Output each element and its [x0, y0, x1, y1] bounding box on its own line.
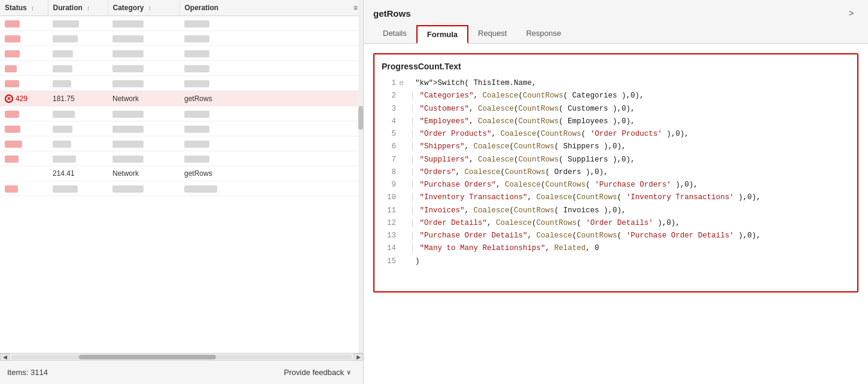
table-row[interactable] [0, 76, 363, 91]
code-content: "kw">Switch( ThisItem.Name, [415, 77, 537, 90]
table-row[interactable] [0, 106, 363, 121]
formula-editor[interactable]: ProgressCount.Text 1⊟"kw">Switch( ThisIt… [373, 53, 858, 292]
cell-category [108, 16, 179, 31]
table-row[interactable]: 214.41NetworkgetRows [0, 166, 363, 181]
blurred-status [5, 126, 20, 133]
indent-guide: │ [410, 179, 415, 191]
table-row[interactable] [0, 61, 363, 76]
cell-duration: 214.41 [48, 166, 108, 181]
cell-operation: getRows [179, 91, 363, 106]
title-row: getRows > [373, 6, 858, 25]
tab-details[interactable]: Details [373, 25, 416, 44]
tab-response[interactable]: Response [516, 25, 571, 44]
scroll-left-btn[interactable]: ◀ [0, 353, 10, 361]
indent-guide: │ [410, 217, 415, 230]
cell-duration [48, 46, 108, 61]
cell-status [0, 106, 48, 121]
table-row[interactable]: ✕429181.75NetworkgetRows [0, 91, 363, 106]
cell-operation [179, 136, 363, 151]
column-menu-icon[interactable]: ≡ [354, 4, 358, 12]
provide-feedback-button[interactable]: Provide feedback ∨ [279, 365, 356, 379]
cell-status [0, 151, 48, 166]
blurred-operation [184, 50, 209, 57]
cell-category [108, 76, 179, 91]
code-line: 15) [382, 255, 850, 268]
blurred-operation [184, 80, 209, 87]
blurred-operation [184, 20, 209, 28]
cell-category [108, 151, 179, 166]
code-content: "Order Products", Coalesce(CountRows( 'O… [420, 128, 689, 141]
indent-guide: │ [410, 154, 415, 166]
code-content: "Customers", Coalesce(CountRows( Custome… [420, 103, 635, 115]
blurred-status [5, 156, 19, 163]
vertical-scrollbar[interactable] [358, 0, 363, 353]
table-row[interactable] [0, 16, 363, 31]
cell-status [0, 121, 48, 136]
cell-operation [179, 151, 363, 166]
line-number: 7 [382, 154, 396, 166]
indent-guide: │ [410, 128, 415, 141]
line-number: 1 [382, 77, 396, 90]
left-panel: Status ↕ Duration ↕ Category ↕ Operation… [0, 0, 364, 384]
table-row[interactable] [0, 31, 363, 46]
table-row[interactable] [0, 151, 363, 166]
cell-status [0, 31, 48, 46]
code-content: "Orders", Coalesce(CountRows( Orders ),0… [420, 166, 608, 179]
fold-icon[interactable]: ⊟ [400, 78, 408, 89]
line-number: 8 [382, 166, 396, 179]
cell-duration [48, 31, 108, 46]
indent-guide: │ [410, 205, 415, 217]
blurred-category [112, 80, 144, 87]
scroll-thumb[interactable] [79, 355, 215, 359]
cell-duration [48, 61, 108, 76]
indent-guide: │ [410, 242, 415, 255]
scrollbar-thumb[interactable] [358, 106, 363, 130]
scroll-right-btn[interactable]: ▶ [354, 353, 363, 361]
table-row[interactable] [0, 136, 363, 151]
collapse-button[interactable]: > [844, 6, 858, 20]
blurred-status [5, 80, 19, 87]
sort-icon-duration[interactable]: ↕ [87, 5, 90, 11]
data-table-container: Status ↕ Duration ↕ Category ↕ Operation… [0, 0, 363, 353]
cell-status [0, 136, 48, 151]
code-content: "Inventory Transactions", Coalesce(Count… [420, 191, 761, 204]
sort-icon-category[interactable]: ↕ [148, 5, 151, 11]
line-number: 3 [382, 103, 396, 115]
code-line: 12│"Order Details", Coalesce(CountRows( … [382, 217, 850, 230]
sort-icon-status[interactable]: ↕ [31, 5, 34, 11]
col-operation[interactable]: Operation ≡ [179, 0, 363, 16]
blurred-status [5, 111, 19, 118]
line-number: 11 [382, 205, 396, 217]
code-content: "Shippers", Coalesce(CountRows( Shippers… [420, 141, 626, 153]
line-number: 4 [382, 115, 396, 128]
cell-status [0, 166, 48, 181]
blurred-status [5, 35, 20, 42]
cell-category [108, 61, 179, 76]
cell-operation [179, 181, 363, 196]
table-row[interactable] [0, 46, 363, 61]
blurred-operation [184, 111, 209, 118]
blurred-status [5, 65, 17, 72]
tab-request[interactable]: Request [468, 25, 516, 44]
blurred-status [5, 185, 18, 193]
blurred-category [112, 156, 144, 163]
cell-status [0, 16, 48, 31]
blurred-operation [184, 185, 217, 193]
blurred-duration [53, 111, 75, 118]
col-status[interactable]: Status ↕ [0, 0, 48, 16]
col-category[interactable]: Category ↕ [108, 0, 179, 16]
blurred-category [112, 185, 144, 193]
code-line: 3│"Customers", Coalesce(CountRows( Custo… [382, 103, 850, 115]
code-line: 5│"Order Products", Coalesce(CountRows( … [382, 128, 850, 141]
blurred-duration [53, 185, 78, 193]
cell-category [108, 31, 179, 46]
blurred-duration [53, 141, 71, 148]
tab-formula[interactable]: Formula [416, 25, 468, 44]
col-duration[interactable]: Duration ↕ [48, 0, 108, 16]
cell-operation: getRows [179, 166, 363, 181]
scroll-track[interactable] [11, 355, 352, 359]
error-status: ✕429 [5, 95, 28, 103]
horizontal-scrollbar[interactable]: ◀ ▶ [0, 353, 363, 360]
table-row[interactable] [0, 181, 363, 196]
table-row[interactable] [0, 121, 363, 136]
